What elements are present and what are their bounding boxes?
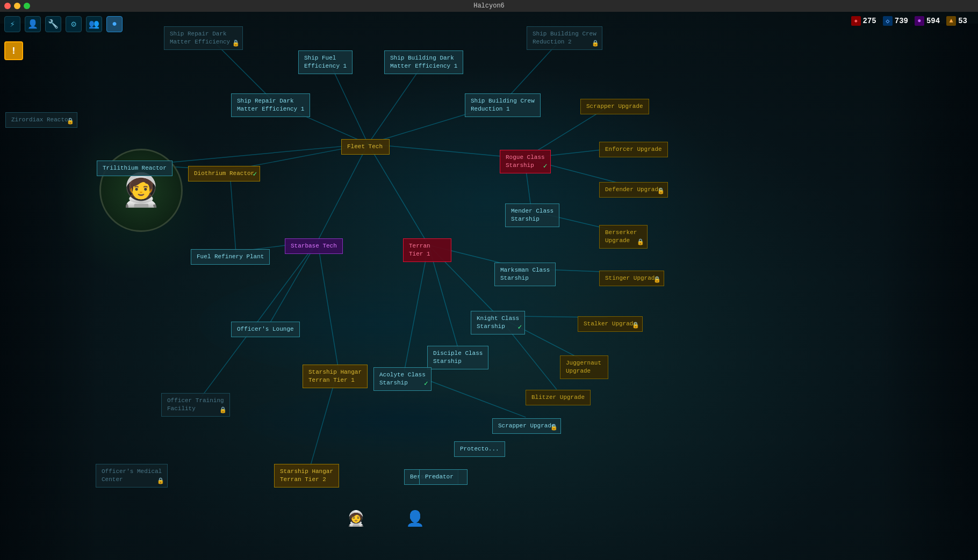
svg-line-8 [142, 144, 368, 165]
tech-node-ship-fuel-efficiency-1[interactable]: Ship Fuel Efficiency 1 [298, 50, 353, 74]
tech-node-juggernaut-upgrade[interactable]: Juggernaut Upgrade [560, 355, 608, 379]
tech-node-terran-tier-1[interactable]: Terran Tier 1 [403, 238, 451, 262]
tech-node-officer-lounge[interactable]: Officer's Lounge [231, 322, 300, 337]
checkmark-icon: ✓ [424, 379, 428, 389]
lock-icon: 🔒 [219, 406, 227, 414]
svg-line-18 [404, 245, 428, 371]
tech-node-defender-upgrade[interactable]: Defender Upgrade🔒 [599, 182, 668, 198]
tech-node-marksman-class-starship[interactable]: Marksman Class Starship [494, 263, 556, 286]
resource-purple-icon: ● [915, 16, 924, 26]
resource-blue: ◇ 739 [883, 16, 908, 26]
resource-blue-value: 739 [895, 17, 908, 25]
lock-icon: 🔒 [592, 40, 599, 48]
tech-node-zirordiax-reactor[interactable]: Zirordiax Reactor🔒 [5, 112, 77, 128]
lock-icon: 🔒 [232, 40, 240, 48]
titlebar: Halcyon6 [0, 0, 978, 12]
resource-red: ⬥ 275 [851, 16, 876, 26]
tech-node-fleet-tech[interactable]: Fleet Tech [341, 139, 390, 155]
checkmark-icon: ✓ [253, 170, 257, 179]
resource-red-icon: ⬥ [851, 16, 861, 26]
svg-line-31 [230, 170, 236, 252]
tech-node-blitzer-upgrade[interactable]: Blitzer Upgrade [526, 390, 591, 405]
lock-icon: 🔒 [67, 118, 74, 126]
app-title: Halcyon6 [473, 2, 505, 10]
close-button[interactable] [4, 3, 11, 9]
svg-line-6 [368, 144, 429, 245]
maximize-button[interactable] [24, 3, 30, 9]
nav-icon-special[interactable]: ● [106, 16, 123, 32]
resource-purple-value: 594 [926, 17, 940, 25]
tech-node-fuel-refinery-plant[interactable]: Fuel Refinery Plant [191, 249, 270, 265]
resource-orange: ▲ 53 [946, 16, 967, 26]
tech-node-ship-building-crew-reduction-2[interactable]: Ship Building Crew Reduction 2🔒 [527, 26, 602, 50]
svg-line-7 [318, 144, 368, 241]
titlebar-buttons [4, 3, 30, 9]
tech-node-predator[interactable]: Predator [419, 469, 468, 485]
tech-node-knight-class-starship[interactable]: Knight Class Starship✓ [471, 311, 525, 334]
lock-icon: 🔒 [632, 322, 639, 330]
tech-node-berserker-upgrade[interactable]: Berserker Upgrade🔒 [599, 225, 648, 249]
left-nav: ⚡ 👤 🔧 ⚙ 👥 ● [4, 16, 123, 32]
tech-node-protecto[interactable]: Protecto... [454, 441, 505, 457]
nav-icon-character[interactable]: 👤 [25, 16, 41, 32]
resource-bar: ⬥ 275 ◇ 739 ● 594 ▲ 53 [851, 16, 967, 26]
nav-icon-settings[interactable]: ⚙ [66, 16, 82, 32]
tech-node-trilithium-reactor[interactable]: Trilithium Reactor [97, 161, 172, 176]
minimize-button[interactable] [14, 3, 20, 9]
svg-line-22 [318, 241, 339, 368]
tech-node-acolyte-class-starship[interactable]: Acolyte Class Starship✓ [373, 367, 432, 391]
resource-red-value: 275 [863, 17, 876, 25]
tech-node-ship-building-dark-matter-1[interactable]: Ship Building Dark Matter Efficiency 1 [384, 50, 463, 74]
tech-node-mender-class-starship[interactable]: Mender Class Starship [505, 203, 559, 227]
tech-node-scrapper-upgrade-2[interactable]: Scrapper Upgrade🔒 [492, 418, 561, 434]
lock-icon: 🔒 [653, 276, 661, 284]
tech-node-starship-hangar-terran-2[interactable]: Starship Hangar Terran Tier 2 [274, 464, 339, 488]
tech-node-stinger-upgrade[interactable]: Stinger Upgrade🔒 [599, 271, 664, 286]
resource-blue-icon: ◇ [883, 16, 893, 26]
resource-orange-icon: ▲ [946, 16, 956, 26]
lock-icon: 🔒 [550, 424, 558, 432]
tech-node-stalker-upgrade[interactable]: Stalker Upgrade🔒 [578, 316, 643, 332]
tech-node-officer-medical-center[interactable]: Officer's Medical Center🔒 [96, 464, 168, 488]
nav-icon-repair[interactable]: 🔧 [45, 16, 61, 32]
tech-node-disciple-class-starship[interactable]: Disciple Class Starship [427, 346, 488, 369]
tech-node-starship-hangar-terran-1[interactable]: Starship Hangar Terran Tier 1 [303, 365, 368, 388]
tech-node-ship-repair-dark-matter-2[interactable]: Ship Repair Dark Matter Efficiency 2🔒 [164, 26, 243, 50]
tech-node-scrapper-upgrade-1[interactable]: Scrapper Upgrade [580, 99, 649, 114]
game-area: ⚡ 👤 🔧 ⚙ 👥 ● ! ⬥ 275 ◇ 739 ● 594 ▲ 53 Shi… [0, 12, 978, 560]
lock-icon: 🔒 [637, 238, 644, 246]
tech-node-starbase-tech[interactable]: Starbase Tech [285, 238, 343, 254]
nav-icon-crew[interactable]: 👥 [86, 16, 102, 32]
resource-purple: ● 594 [915, 16, 940, 26]
tech-node-ship-repair-dark-matter-1[interactable]: Ship Repair Dark Matter Efficiency 1 [231, 93, 310, 117]
alert-button[interactable]: ! [4, 41, 23, 60]
tech-node-officer-training-facility[interactable]: Officer Training Facility🔒 [161, 393, 230, 417]
lock-icon: 🔒 [157, 477, 164, 485]
checkmark-icon: ✓ [517, 323, 522, 332]
bottom-character-1: 🧑‍🚀 [347, 510, 365, 528]
checkmark-icon: ✓ [543, 162, 548, 171]
tech-node-diothrium-reactor[interactable]: Diothrium Reactor✓ [188, 166, 260, 181]
nav-icon-action[interactable]: ⚡ [4, 16, 20, 32]
tech-node-ship-building-crew-reduction-1[interactable]: Ship Building Crew Reduction 1 [465, 93, 541, 117]
resource-orange-value: 53 [958, 17, 967, 25]
lock-icon: 🔒 [657, 187, 665, 195]
tech-node-enforcer-upgrade[interactable]: Enforcer Upgrade [599, 142, 668, 157]
bottom-character-2: 👤 [406, 510, 425, 528]
tech-node-rogue-class-starship[interactable]: Rogue Class Starship✓ [500, 150, 551, 173]
